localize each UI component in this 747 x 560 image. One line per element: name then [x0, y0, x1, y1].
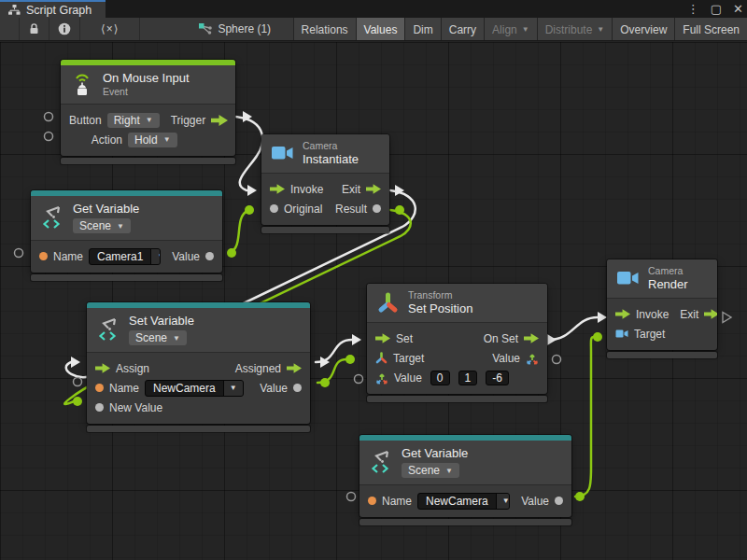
vector3-port-icon: [375, 371, 388, 385]
port-target-in[interactable]: [345, 355, 355, 364]
graph-breadcrumb[interactable]: Sphere (1): [189, 18, 280, 40]
port-name2-in[interactable]: [347, 493, 356, 501]
vector-y-input[interactable]: 1: [458, 371, 478, 385]
chevron-down-icon: ▼: [173, 334, 180, 343]
port-setvar-name-in[interactable]: [74, 378, 82, 386]
row-invoke-exit: Invoke Exit: [261, 179, 389, 199]
string-port-icon: [368, 497, 376, 505]
row-target: Target: [607, 324, 717, 343]
node-footer: [87, 426, 310, 432]
flow-arrow-icon: [704, 309, 717, 319]
port-render-invoke-in[interactable]: [598, 312, 607, 323]
lock-button[interactable]: [19, 18, 49, 40]
value-port-icon: [95, 403, 104, 412]
wire-newcamera-target: [575, 337, 594, 497]
overview-button[interactable]: Overview: [612, 18, 674, 41]
port-position-value-out[interactable]: [553, 356, 561, 364]
row-set: Set On Set: [367, 329, 547, 348]
fullscreen-button[interactable]: Full Screen: [674, 18, 747, 41]
port-result-out[interactable]: [395, 205, 404, 215]
toolbar: ⟨×⟩ Sphere (1) Zoom 1x Relations Values …: [0, 18, 747, 41]
port-position-value-in[interactable]: [355, 375, 363, 384]
chevron-down-icon: ▼: [597, 25, 604, 34]
port-name1-in[interactable]: [15, 249, 23, 258]
row-original-result: Original Result: [261, 199, 389, 218]
dim-button[interactable]: Dim: [404, 18, 440, 41]
port-camera1-value-out[interactable]: [227, 248, 236, 258]
carry-button[interactable]: Carry: [441, 18, 484, 41]
variable-icon: [369, 449, 393, 475]
graph-canvas[interactable]: On Mouse Input Event Button Right▼ Trigg…: [0, 42, 747, 560]
scope-dropdown[interactable]: Scene▼: [73, 218, 131, 233]
variable-name-dropdown[interactable]: Camera1 ▼: [89, 248, 161, 265]
row-target-value: Target Value: [367, 348, 547, 368]
vector-x-input[interactable]: 0: [430, 371, 450, 385]
port-render-exit-out[interactable]: [723, 313, 731, 323]
variable-name-dropdown[interactable]: NewCamera ▼: [417, 493, 510, 510]
node-category: Camera: [303, 140, 359, 151]
wire-trigger-invoke: [235, 117, 262, 190]
transform-port-icon: [375, 352, 388, 364]
code-icon: ⟨×⟩: [101, 22, 119, 35]
close-icon[interactable]: ✕: [733, 0, 743, 18]
tab-script-graph[interactable]: Script Graph: [0, 0, 106, 18]
flow-arrow-icon: [375, 333, 390, 343]
chevron-down-icon: ▼: [522, 25, 529, 34]
port-button-in[interactable]: [45, 113, 53, 121]
node-camera-instantiate[interactable]: Camera Instantiate Invoke Exit Original …: [261, 134, 389, 233]
node-set-position[interactable]: Transform Set Position Set On Set Target: [367, 284, 547, 402]
port-invoke-in[interactable]: [247, 185, 257, 196]
node-get-variable-camera1[interactable]: Get Variable Scene▼ Name Camera1 ▼ Value: [31, 190, 222, 281]
node-title: Render: [648, 277, 688, 291]
tab-strip: Script Graph ⋮ ▢ ✕: [0, 0, 747, 18]
port-newcamera-value-out[interactable]: [575, 492, 585, 501]
row-new-value: New Value: [87, 398, 310, 417]
node-camera-render[interactable]: Camera Render Invoke Exit Target: [607, 259, 717, 358]
distribute-button[interactable]: Distribute▼: [537, 18, 613, 41]
node-title: Get Variable: [73, 202, 139, 216]
more-menu-icon[interactable]: ⋮: [687, 0, 699, 18]
port-onset-out[interactable]: [547, 334, 557, 345]
port-assign-in[interactable]: [71, 357, 80, 368]
node-set-variable[interactable]: Set Variable Scene▼ Assign Assigned Name…: [87, 302, 310, 432]
variable-icon: [96, 316, 120, 343]
code-view-button[interactable]: ⟨×⟩: [80, 18, 140, 40]
node-footer: [359, 519, 571, 525]
camera-port-icon: [615, 329, 628, 339]
nest-graph-icon: [198, 22, 212, 35]
port-set-in[interactable]: [352, 334, 361, 345]
port-action-in[interactable]: [45, 133, 53, 141]
value-port-icon: [205, 252, 214, 260]
port-render-target-in[interactable]: [593, 332, 602, 342]
vector-z-input[interactable]: -6: [486, 371, 509, 385]
chevron-down-icon: ▼: [496, 494, 510, 509]
node-title: Instantiate: [303, 152, 359, 166]
node-category: Transform: [408, 289, 472, 301]
wire-camera1-original: [230, 211, 247, 253]
align-button[interactable]: Align▼: [484, 18, 537, 41]
port-setvar-value-out[interactable]: [320, 378, 330, 387]
values-button[interactable]: Values: [356, 18, 405, 41]
scope-dropdown[interactable]: Scene▼: [402, 463, 459, 478]
row-assign: Assign Assigned: [87, 358, 310, 378]
relations-button[interactable]: Relations: [293, 18, 356, 41]
action-dropdown[interactable]: Hold▼: [128, 133, 177, 147]
node-category: Camera: [648, 265, 688, 276]
port-original-in[interactable]: [245, 205, 254, 215]
chevron-down-icon: ▼: [146, 116, 153, 124]
node-on-mouse-input[interactable]: On Mouse Input Event Button Right▼ Trigg…: [61, 60, 235, 164]
flow-arrow-icon: [211, 115, 228, 126]
camera-icon: [271, 144, 294, 162]
flow-arrow-icon: [95, 363, 110, 373]
port-newvalue-in[interactable]: [73, 397, 82, 406]
info-button[interactable]: [49, 18, 80, 40]
flow-arrow-icon: [366, 184, 381, 194]
scope-dropdown[interactable]: Scene▼: [129, 330, 187, 345]
maximize-icon[interactable]: ▢: [711, 0, 722, 18]
chevron-down-icon: ▼: [150, 249, 161, 264]
variable-name-dropdown[interactable]: NewCamera ▼: [145, 380, 244, 397]
flow-arrow-icon: [524, 333, 539, 343]
node-get-variable-newcamera[interactable]: Get Variable Scene▼ Name NewCamera ▼ Val…: [359, 435, 571, 525]
chevron-down-icon: ▼: [117, 222, 124, 231]
button-dropdown[interactable]: Right▼: [107, 113, 160, 128]
